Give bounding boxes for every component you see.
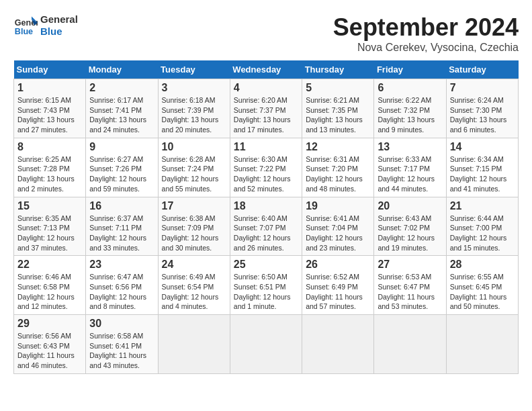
day-info: Sunrise: 6:33 AM Sunset: 7:17 PM Dayligh… [378,154,442,194]
calendar-week-row: 8Sunrise: 6:25 AM Sunset: 7:28 PM Daylig… [14,138,519,197]
day-info: Sunrise: 6:49 AM Sunset: 6:54 PM Dayligh… [162,272,226,312]
day-info: Sunrise: 6:55 AM Sunset: 6:45 PM Dayligh… [450,272,515,312]
calendar-cell: 18Sunrise: 6:40 AM Sunset: 7:07 PM Dayli… [230,197,302,256]
day-number: 2 [89,82,154,94]
day-info: Sunrise: 6:38 AM Sunset: 7:09 PM Dayligh… [162,214,226,253]
calendar-cell: 20Sunrise: 6:43 AM Sunset: 7:02 PM Dayli… [374,197,446,256]
day-number: 4 [234,82,298,94]
calendar-cell: 10Sunrise: 6:28 AM Sunset: 7:24 PM Dayli… [158,138,230,197]
day-info: Sunrise: 6:41 AM Sunset: 7:04 PM Dayligh… [306,214,370,253]
day-info: Sunrise: 6:27 AM Sunset: 7:26 PM Dayligh… [89,154,154,194]
day-info: Sunrise: 6:28 AM Sunset: 7:24 PM Dayligh… [162,154,226,194]
calendar-cell: 29Sunrise: 6:56 AM Sunset: 6:43 PM Dayli… [14,315,86,374]
day-number: 14 [450,141,515,153]
calendar-cell: 26Sunrise: 6:52 AM Sunset: 6:49 PM Dayli… [302,256,374,315]
day-number: 23 [89,259,154,271]
day-info: Sunrise: 6:21 AM Sunset: 7:35 PM Dayligh… [306,95,370,135]
calendar-cell [230,315,302,374]
day-info: Sunrise: 6:15 AM Sunset: 7:43 PM Dayligh… [17,95,82,135]
day-info: Sunrise: 6:20 AM Sunset: 7:37 PM Dayligh… [234,95,298,135]
calendar-cell: 22Sunrise: 6:46 AM Sunset: 6:58 PM Dayli… [14,256,86,315]
calendar-cell: 16Sunrise: 6:37 AM Sunset: 7:11 PM Dayli… [86,197,158,256]
day-number: 20 [378,200,442,212]
calendar-cell [374,315,446,374]
calendar-week-row: 22Sunrise: 6:46 AM Sunset: 6:58 PM Dayli… [14,256,519,315]
weekday-header-row: Sunday Monday Tuesday Wednesday Thursday… [14,60,519,79]
day-number: 21 [450,200,515,212]
day-info: Sunrise: 6:46 AM Sunset: 6:58 PM Dayligh… [17,272,82,312]
day-number: 11 [234,141,298,153]
calendar-cell: 6Sunrise: 6:22 AM Sunset: 7:32 PM Daylig… [374,79,446,138]
day-number: 9 [89,141,154,153]
day-number: 27 [378,259,442,271]
day-number: 12 [306,141,370,153]
logo: General Blue General Blue [13,13,78,38]
day-number: 1 [17,82,82,94]
calendar-cell: 25Sunrise: 6:50 AM Sunset: 6:51 PM Dayli… [230,256,302,315]
day-info: Sunrise: 6:37 AM Sunset: 7:11 PM Dayligh… [89,214,154,253]
day-number: 10 [162,141,226,153]
header-friday: Friday [374,60,446,79]
day-info: Sunrise: 6:17 AM Sunset: 7:41 PM Dayligh… [89,95,154,135]
calendar-cell: 11Sunrise: 6:30 AM Sunset: 7:22 PM Dayli… [230,138,302,197]
logo-general: General [40,13,78,26]
day-number: 22 [17,259,82,271]
header-sunday: Sunday [14,60,86,79]
calendar-cell: 13Sunrise: 6:33 AM Sunset: 7:17 PM Dayli… [374,138,446,197]
page-subtitle: Nova Cerekev, Vysocina, Czechia [333,42,519,54]
calendar-cell [302,315,374,374]
day-info: Sunrise: 6:18 AM Sunset: 7:39 PM Dayligh… [162,95,226,135]
calendar-cell: 21Sunrise: 6:44 AM Sunset: 7:00 PM Dayli… [446,197,518,256]
day-info: Sunrise: 6:56 AM Sunset: 6:43 PM Dayligh… [17,331,82,371]
day-number: 7 [450,82,515,94]
day-info: Sunrise: 6:30 AM Sunset: 7:22 PM Dayligh… [234,154,298,194]
calendar-cell: 24Sunrise: 6:49 AM Sunset: 6:54 PM Dayli… [158,256,230,315]
calendar-cell: 30Sunrise: 6:58 AM Sunset: 6:41 PM Dayli… [86,315,158,374]
header-wednesday: Wednesday [230,60,302,79]
calendar-cell [158,315,230,374]
header-monday: Monday [86,60,158,79]
calendar-cell [446,315,518,374]
logo-icon: General Blue [13,13,38,38]
day-info: Sunrise: 6:53 AM Sunset: 6:47 PM Dayligh… [378,272,442,312]
day-number: 16 [89,200,154,212]
calendar-cell: 1Sunrise: 6:15 AM Sunset: 7:43 PM Daylig… [14,79,86,138]
day-info: Sunrise: 6:44 AM Sunset: 7:00 PM Dayligh… [450,214,515,253]
calendar-cell: 17Sunrise: 6:38 AM Sunset: 7:09 PM Dayli… [158,197,230,256]
day-number: 17 [162,200,226,212]
day-number: 28 [450,259,515,271]
calendar-week-row: 29Sunrise: 6:56 AM Sunset: 6:43 PM Dayli… [14,315,519,374]
calendar-cell: 28Sunrise: 6:55 AM Sunset: 6:45 PM Dayli… [446,256,518,315]
day-number: 19 [306,200,370,212]
day-number: 15 [17,200,82,212]
calendar-table: Sunday Monday Tuesday Wednesday Thursday… [13,60,519,374]
calendar-week-row: 1Sunrise: 6:15 AM Sunset: 7:43 PM Daylig… [14,79,519,138]
day-info: Sunrise: 6:31 AM Sunset: 7:20 PM Dayligh… [306,154,370,194]
calendar-cell: 9Sunrise: 6:27 AM Sunset: 7:26 PM Daylig… [86,138,158,197]
calendar-cell: 4Sunrise: 6:20 AM Sunset: 7:37 PM Daylig… [230,79,302,138]
calendar-cell: 12Sunrise: 6:31 AM Sunset: 7:20 PM Dayli… [302,138,374,197]
page-title: September 2024 [333,13,519,42]
day-info: Sunrise: 6:47 AM Sunset: 6:56 PM Dayligh… [89,272,154,312]
day-number: 6 [378,82,442,94]
title-section: September 2024 Nova Cerekev, Vysocina, C… [333,13,519,54]
header-tuesday: Tuesday [158,60,230,79]
calendar-cell: 3Sunrise: 6:18 AM Sunset: 7:39 PM Daylig… [158,79,230,138]
day-info: Sunrise: 6:43 AM Sunset: 7:02 PM Dayligh… [378,214,442,253]
day-number: 29 [17,318,82,330]
day-info: Sunrise: 6:34 AM Sunset: 7:15 PM Dayligh… [450,154,515,194]
day-number: 3 [162,82,226,94]
calendar-week-row: 15Sunrise: 6:35 AM Sunset: 7:13 PM Dayli… [14,197,519,256]
calendar-cell: 27Sunrise: 6:53 AM Sunset: 6:47 PM Dayli… [374,256,446,315]
header: General Blue General Blue September 2024… [13,13,519,54]
day-number: 30 [89,318,154,330]
day-number: 25 [234,259,298,271]
calendar-cell: 23Sunrise: 6:47 AM Sunset: 6:56 PM Dayli… [86,256,158,315]
header-thursday: Thursday [302,60,374,79]
calendar-cell: 5Sunrise: 6:21 AM Sunset: 7:35 PM Daylig… [302,79,374,138]
logo-blue: Blue [40,26,78,38]
day-number: 13 [378,141,442,153]
calendar-cell: 19Sunrise: 6:41 AM Sunset: 7:04 PM Dayli… [302,197,374,256]
svg-text:Blue: Blue [15,27,33,36]
day-number: 26 [306,259,370,271]
